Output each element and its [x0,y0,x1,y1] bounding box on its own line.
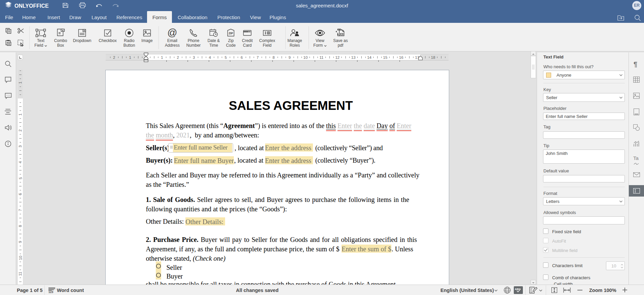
svg-text:10: 10 [303,55,308,59]
svg-text:5: 5 [225,55,227,59]
svg-text:8: 8 [273,55,275,59]
svg-text:11: 11 [19,272,23,276]
svg-text:1: 1 [129,55,131,59]
svg-text:13: 13 [351,55,356,59]
svg-text:1: 1 [161,55,163,59]
svg-text:12: 12 [335,55,339,59]
svg-text:10: 10 [19,256,23,260]
svg-text:1: 1 [19,82,23,84]
svg-text:1: 1 [19,114,23,116]
svg-text:16: 16 [399,55,403,59]
svg-text:9: 9 [288,55,290,59]
svg-text:11: 11 [319,55,323,59]
svg-text:6: 6 [241,55,243,59]
svg-text:14: 14 [367,55,371,59]
svg-text:9: 9 [18,241,22,243]
svg-text:5: 5 [19,177,23,179]
svg-text:7: 7 [257,55,259,59]
svg-text:@: @ [168,28,177,38]
svg-text:2: 2 [19,129,23,131]
svg-text:3: 3 [193,55,195,59]
svg-text:2: 2 [177,55,179,59]
svg-text:2: 2 [113,55,115,59]
svg-text:7: 7 [19,209,23,211]
svg-text:6: 6 [19,193,23,195]
svg-text:15: 15 [383,55,388,59]
svg-text:4: 4 [19,161,23,163]
svg-text:4: 4 [209,55,211,59]
svg-text:18: 18 [431,55,435,59]
svg-text:8: 8 [19,225,23,227]
svg-text:3: 3 [19,145,23,147]
